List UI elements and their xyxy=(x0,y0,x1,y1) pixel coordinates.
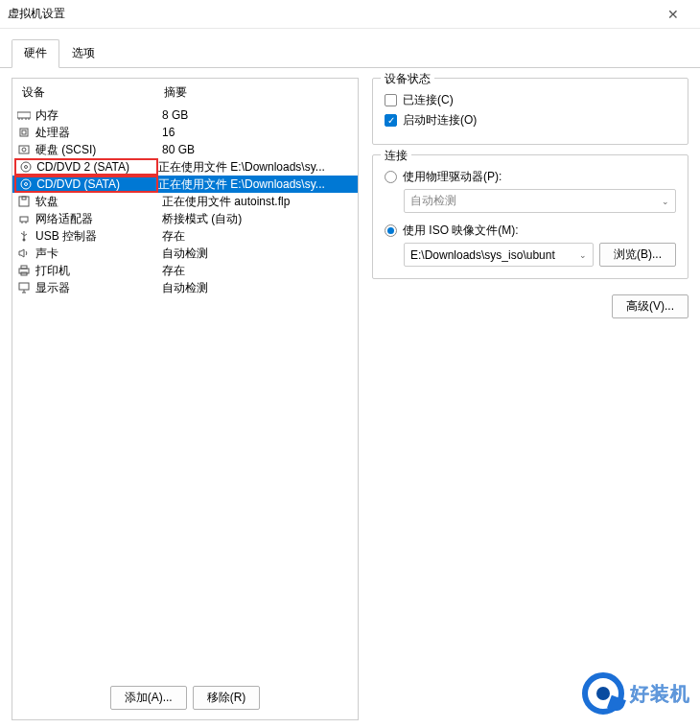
hardware-list: 内存8 GB处理器16硬盘 (SCSI)80 GBCD/DVD 2 (SATA)… xyxy=(12,106,358,678)
physical-drive-select-wrap: 自动检测 ⌄ xyxy=(404,189,676,213)
connection-group: 连接 使用物理驱动器(P): 自动检测 ⌄ 使用 ISO 映像文件(M): E:… xyxy=(372,154,688,279)
iso-label: 使用 ISO 映像文件(M): xyxy=(403,223,519,239)
device-summary: 8 GB xyxy=(162,108,354,122)
svg-point-9 xyxy=(21,162,31,172)
table-row[interactable]: 处理器16 xyxy=(12,124,358,141)
device-name: USB 控制器 xyxy=(35,228,162,245)
col-summary: 摘要 xyxy=(164,84,352,101)
physical-drive-value: 自动检测 xyxy=(410,193,456,209)
remove-button[interactable]: 移除(R) xyxy=(193,686,261,710)
device-summary: 存在 xyxy=(162,228,354,245)
device-name: 处理器 xyxy=(35,125,162,141)
memory-icon xyxy=(16,108,32,122)
disk-icon xyxy=(16,143,32,156)
svg-rect-7 xyxy=(19,146,29,153)
table-row[interactable]: CD/DVD 2 (SATA)正在使用文件 E:\Downloads\sy... xyxy=(12,158,358,176)
disc-icon xyxy=(18,160,33,174)
tab-hardware[interactable]: 硬件 xyxy=(12,39,59,68)
svg-rect-14 xyxy=(22,197,26,200)
device-name: 声卡 xyxy=(35,246,162,262)
table-row[interactable]: 软盘正在使用文件 autoinst.flp xyxy=(12,193,358,210)
chevron-down-icon: ⌄ xyxy=(579,250,587,260)
device-name: 显示器 xyxy=(35,280,162,296)
svg-rect-5 xyxy=(20,129,28,136)
physical-drive-select[interactable]: 自动检测 ⌄ xyxy=(404,189,676,213)
device-status-group: 设备状态 已连接(C) ✓ 启动时连接(O) xyxy=(372,78,688,145)
checkbox-icon xyxy=(385,94,397,106)
device-summary: 正在使用文件 autoinst.flp xyxy=(162,194,354,210)
connected-label: 已连接(C) xyxy=(403,92,454,108)
svg-point-10 xyxy=(24,166,27,169)
advanced-button-row: 高级(V)... xyxy=(372,294,688,318)
device-summary: 正在使用文件 E:\Downloads\sy... xyxy=(158,159,354,176)
display-icon xyxy=(16,281,32,294)
browse-button[interactable]: 浏览(B)... xyxy=(599,243,676,267)
chevron-down-icon: ⌄ xyxy=(662,197,669,206)
device-summary: 自动检测 xyxy=(162,280,354,296)
net-icon xyxy=(16,212,32,225)
physical-drive-radio-row[interactable]: 使用物理驱动器(P): xyxy=(385,169,676,185)
col-device: 设备 xyxy=(18,84,164,101)
table-row[interactable]: CD/DVD (SATA)正在使用文件 E:\Downloads\sy... xyxy=(12,176,358,193)
device-name: 内存 xyxy=(35,107,162,124)
table-row[interactable]: 打印机存在 xyxy=(12,262,358,279)
table-row[interactable]: 网络适配器桥接模式 (自动) xyxy=(12,210,358,227)
iso-path-row: E:\Downloads\sys_iso\ubunt ⌄ 浏览(B)... xyxy=(404,243,676,267)
window-title: 虚拟机设置 xyxy=(8,6,654,22)
physical-drive-label: 使用物理驱动器(P): xyxy=(403,169,502,185)
dialog-content: 设备 摘要 内存8 GB处理器16硬盘 (SCSI)80 GBCD/DVD 2 … xyxy=(0,68,700,728)
watermark-text: 好装机 xyxy=(630,681,690,707)
iso-radio-row[interactable]: 使用 ISO 映像文件(M): xyxy=(385,223,676,239)
tab-options[interactable]: 选项 xyxy=(59,39,107,68)
table-row[interactable]: 硬盘 (SCSI)80 GB xyxy=(12,141,358,158)
close-icon[interactable]: ✕ xyxy=(654,7,692,22)
device-name: CD/DVD (SATA) xyxy=(36,177,156,191)
svg-point-11 xyxy=(21,179,31,189)
watermark: 好装机 xyxy=(582,672,690,715)
device-name: 打印机 xyxy=(35,263,162,279)
device-summary: 80 GB xyxy=(162,143,354,156)
checkbox-icon: ✓ xyxy=(385,114,397,127)
device-summary: 16 xyxy=(162,126,354,139)
iso-path-value: E:\Downloads\sys_iso\ubunt xyxy=(410,248,555,262)
device-summary: 正在使用文件 E:\Downloads\sy... xyxy=(158,176,354,193)
svg-point-8 xyxy=(22,148,26,152)
add-button[interactable]: 添加(A)... xyxy=(110,686,187,710)
radio-icon xyxy=(385,224,397,237)
cpu-icon xyxy=(16,126,32,139)
device-name: 硬盘 (SCSI) xyxy=(35,142,162,158)
table-row[interactable]: USB 控制器存在 xyxy=(12,227,358,245)
radio-icon xyxy=(385,171,397,183)
svg-rect-0 xyxy=(17,112,31,118)
usb-icon xyxy=(16,229,32,243)
iso-path-select[interactable]: E:\Downloads\sys_iso\ubunt ⌄ xyxy=(404,243,594,267)
svg-rect-23 xyxy=(21,266,27,269)
sound-icon xyxy=(16,247,32,260)
tab-strip: 硬件 选项 xyxy=(0,29,700,68)
group-title-connection: 连接 xyxy=(381,148,411,164)
device-settings-panel: 设备状态 已连接(C) ✓ 启动时连接(O) 连接 使用物理驱动器(P): 自动… xyxy=(372,78,688,720)
printer-icon xyxy=(16,264,32,277)
device-name: 软盘 xyxy=(35,194,162,210)
device-name: 网络适配器 xyxy=(35,211,162,227)
table-row[interactable]: 内存8 GB xyxy=(12,106,358,124)
hardware-list-panel: 设备 摘要 内存8 GB处理器16硬盘 (SCSI)80 GBCD/DVD 2 … xyxy=(12,78,359,720)
svg-rect-15 xyxy=(20,217,28,222)
connected-checkbox-row[interactable]: 已连接(C) xyxy=(385,92,676,108)
svg-rect-6 xyxy=(22,130,26,134)
table-row[interactable]: 声卡自动检测 xyxy=(12,245,358,262)
hardware-list-header: 设备 摘要 xyxy=(12,79,358,106)
advanced-button[interactable]: 高级(V)... xyxy=(612,294,688,318)
device-summary: 桥接模式 (自动) xyxy=(162,211,354,227)
title-bar: 虚拟机设置 ✕ xyxy=(0,0,700,29)
device-summary: 自动检测 xyxy=(162,246,354,262)
device-summary: 存在 xyxy=(162,263,354,279)
connect-at-power-label: 启动时连接(O) xyxy=(403,112,477,129)
connect-at-power-checkbox-row[interactable]: ✓ 启动时连接(O) xyxy=(385,112,676,129)
device-name: CD/DVD 2 (SATA) xyxy=(36,160,156,174)
svg-rect-25 xyxy=(19,283,29,290)
disc-icon xyxy=(18,177,33,191)
table-row[interactable]: 显示器自动检测 xyxy=(12,279,358,296)
svg-point-12 xyxy=(24,183,27,186)
svg-rect-13 xyxy=(19,197,29,206)
